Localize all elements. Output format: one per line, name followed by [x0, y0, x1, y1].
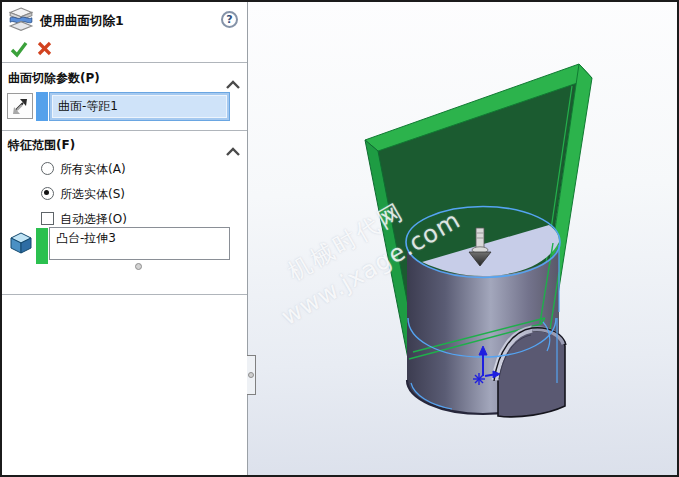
selected-body-item[interactable]: 凸台-拉伸3 — [56, 231, 116, 245]
surface-cut-icon — [8, 7, 34, 33]
chevron-up-icon[interactable] — [226, 74, 240, 83]
page-title: 使用曲面切除1 — [40, 13, 124, 30]
radio-all-bodies[interactable] — [41, 162, 54, 175]
section-header-feature-scope[interactable]: 特征范围(F) — [8, 137, 75, 154]
property-manager-panel: 使用曲面切除1 ? 曲面切除参数(P) — [2, 2, 248, 475]
solidworks-window: 使用曲面切除1 ? 曲面切除参数(P) — [0, 0, 679, 477]
radio-selected-bodies[interactable] — [41, 187, 54, 200]
cancel-button[interactable] — [36, 40, 54, 58]
section-header-surface-cut-params[interactable]: 曲面切除参数(P) — [8, 70, 100, 87]
listbox-resize-handle[interactable] — [135, 263, 142, 270]
active-selection-bar — [36, 92, 48, 121]
ok-button[interactable] — [9, 39, 29, 59]
splitter-dot-icon — [248, 372, 254, 378]
panel-splitter-handle[interactable] — [247, 355, 256, 395]
checkbox-auto-select-label[interactable]: 自动选择(O) — [60, 211, 127, 228]
checkbox-auto-select[interactable] — [41, 212, 54, 225]
help-icon[interactable]: ? — [221, 11, 238, 28]
flip-direction-button[interactable] — [7, 93, 33, 119]
divider — [2, 130, 247, 131]
surface-selection-box[interactable]: 曲面-等距1 — [49, 92, 230, 121]
radio-selected-bodies-label[interactable]: 所选实体(S) — [60, 186, 125, 203]
flip-direction-icon — [8, 94, 32, 118]
bodies-list-box[interactable]: 凸台-拉伸3 — [49, 227, 230, 260]
divider — [2, 62, 247, 63]
active-selection-bar — [36, 228, 48, 264]
solid-body-cube-icon — [9, 232, 33, 254]
surface-selection-value: 曲面-等距1 — [58, 99, 118, 113]
chevron-up-icon[interactable] — [226, 141, 240, 150]
divider — [2, 294, 247, 295]
radio-all-bodies-label[interactable]: 所有实体(A) — [60, 161, 126, 178]
graphics-viewport[interactable]: 机械时代网 www.jxage.com — [248, 2, 677, 475]
